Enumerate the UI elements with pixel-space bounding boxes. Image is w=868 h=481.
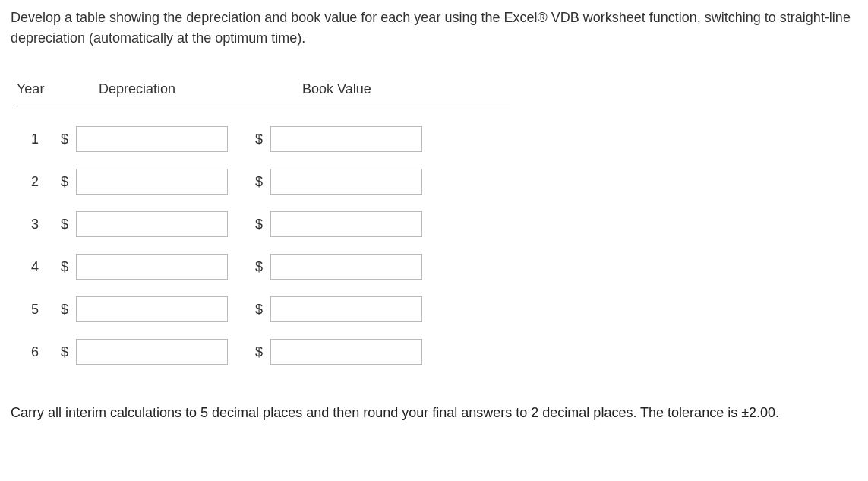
year-label: 2 bbox=[17, 172, 53, 192]
currency-symbol: $ bbox=[53, 172, 76, 192]
depreciation-input-4[interactable] bbox=[76, 254, 228, 280]
currency-symbol: $ bbox=[53, 257, 76, 277]
book-value-input-6[interactable] bbox=[270, 339, 422, 365]
book-value-input-5[interactable] bbox=[270, 296, 422, 322]
currency-symbol: $ bbox=[53, 214, 76, 235]
book-value-input-1[interactable] bbox=[270, 126, 422, 152]
year-label: 4 bbox=[17, 257, 53, 277]
table-row: 2 $ $ bbox=[17, 169, 857, 195]
year-label: 6 bbox=[17, 342, 53, 362]
depreciation-input-2[interactable] bbox=[76, 169, 228, 195]
currency-symbol: $ bbox=[53, 342, 76, 362]
table-header-row: Year Depreciation Book Value bbox=[17, 79, 510, 109]
currency-symbol: $ bbox=[53, 299, 76, 320]
header-depreciation: Depreciation bbox=[71, 79, 269, 100]
year-label: 3 bbox=[17, 214, 53, 235]
depreciation-input-1[interactable] bbox=[76, 126, 228, 152]
year-label: 5 bbox=[17, 299, 53, 320]
depreciation-table: Year Depreciation Book Value 1 $ $ 2 $ $… bbox=[17, 79, 857, 365]
instruction-text: Develop a table showing the depreciation… bbox=[11, 8, 857, 49]
depreciation-input-3[interactable] bbox=[76, 211, 228, 237]
table-row: 5 $ $ bbox=[17, 296, 857, 322]
table-row: 3 $ $ bbox=[17, 211, 857, 237]
footnote-text: Carry all interim calculations to 5 deci… bbox=[11, 403, 857, 423]
header-year: Year bbox=[17, 79, 71, 100]
currency-symbol: $ bbox=[248, 299, 270, 320]
depreciation-input-5[interactable] bbox=[76, 296, 228, 322]
table-row: 1 $ $ bbox=[17, 126, 857, 152]
currency-symbol: $ bbox=[248, 257, 270, 277]
year-label: 1 bbox=[17, 129, 53, 150]
currency-symbol: $ bbox=[248, 172, 270, 192]
currency-symbol: $ bbox=[248, 129, 270, 150]
header-book-value: Book Value bbox=[269, 79, 466, 100]
book-value-input-3[interactable] bbox=[270, 211, 422, 237]
currency-symbol: $ bbox=[248, 342, 270, 362]
book-value-input-2[interactable] bbox=[270, 169, 422, 195]
table-row: 6 $ $ bbox=[17, 339, 857, 365]
depreciation-input-6[interactable] bbox=[76, 339, 228, 365]
book-value-input-4[interactable] bbox=[270, 254, 422, 280]
table-row: 4 $ $ bbox=[17, 254, 857, 280]
currency-symbol: $ bbox=[53, 129, 76, 150]
currency-symbol: $ bbox=[248, 214, 270, 235]
